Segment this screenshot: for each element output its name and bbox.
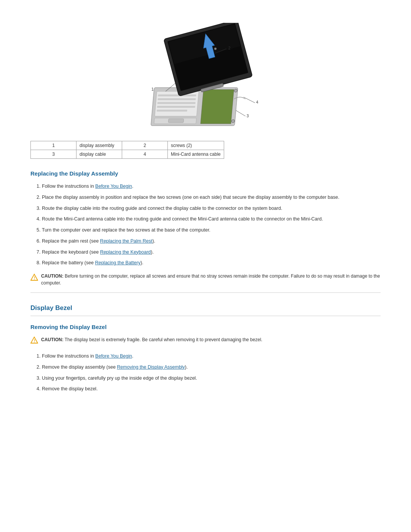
bezel-step2-text-before: Remove the display assembly (see <box>42 364 117 370</box>
part-label-2: screws (2) <box>168 141 224 150</box>
svg-line-23 <box>244 97 255 103</box>
removing-display-bezel-heading: Removing the Display Bezel <box>30 324 381 330</box>
part-num-2: 2 <box>122 141 168 150</box>
step1-text-before: Follow the instructions in <box>42 184 95 189</box>
svg-text:!: ! <box>34 339 35 343</box>
svg-text:1: 1 <box>151 87 154 91</box>
svg-point-25 <box>214 48 217 50</box>
svg-point-8 <box>234 89 237 92</box>
svg-rect-4 <box>158 98 196 100</box>
step6-text-before: Replace the palm rest (see <box>42 238 100 244</box>
replacing-step-5: Turn the computer over and replace the t… <box>42 227 381 234</box>
removing-bezel-caution-block: ! CAUTION: The display bezel is extremel… <box>30 336 381 345</box>
bezel-step2-text-after: ). <box>185 364 188 370</box>
step7-text-after: ). <box>151 249 154 255</box>
laptop-diagram-image: 1 2 3 4 <box>145 23 266 129</box>
removing-display-assembly-link[interactable]: Removing the Display Assembly <box>117 364 185 370</box>
section-divider <box>30 316 381 316</box>
table-row: 1 display assembly 2 screws (2) <box>31 141 224 150</box>
bezel-step1-text-after: . <box>132 353 133 359</box>
replacing-caution-block: ! CAUTION: Before turning on the compute… <box>30 273 381 293</box>
svg-rect-1 <box>201 89 234 124</box>
part-label-1: display assembly <box>76 141 122 150</box>
caution-body-2: The display bezel is extremely fragile. … <box>64 337 263 342</box>
bezel-step-1: Follow the instructions in Before You Be… <box>42 353 381 360</box>
caution-label-1: CAUTION: <box>41 273 64 279</box>
bezel-step-4: Remove the display bezel. <box>42 385 381 393</box>
step7-text-before: Replace the keyboard (see <box>42 249 100 255</box>
caution-body-1: Before turning on the computer, replace … <box>41 273 380 286</box>
part-label-4: Mini-Card antenna cable <box>168 150 224 159</box>
caution-label-2: CAUTION: <box>41 337 64 342</box>
replacing-battery-link[interactable]: Replacing the Battery <box>95 260 141 265</box>
part-num-1: 1 <box>31 141 76 150</box>
svg-text:3: 3 <box>247 114 249 118</box>
replacing-step-1: Follow the instructions in Before You Be… <box>42 183 381 190</box>
part-label-3: display cable <box>76 150 122 159</box>
bezel-step-2: Remove the display assembly (see Removin… <box>42 364 381 371</box>
replacing-caution-text: CAUTION: Before turning on the computer,… <box>41 273 381 286</box>
parts-table: 1 display assembly 2 screws (2) 3 displa… <box>30 141 224 159</box>
replacing-steps-list: Follow the instructions in Before You Be… <box>42 183 381 267</box>
replacing-step-2: Place the display assembly in position a… <box>42 194 381 201</box>
before-you-begin-link-1[interactable]: Before You Begin <box>95 184 132 189</box>
caution-triangle-icon-2: ! <box>30 336 38 345</box>
replacing-step-3: Route the display cable into the routing… <box>42 205 381 212</box>
replacing-display-assembly-heading: Replacing the Display Assembly <box>30 170 381 177</box>
svg-rect-3 <box>158 94 196 96</box>
step8-text-before: Replace the battery (see <box>42 260 95 265</box>
replacing-keyboard-link[interactable]: Replacing the Keyboard <box>100 249 151 255</box>
svg-point-9 <box>231 120 235 123</box>
replacing-step-8: Replace the battery (see Replacing the B… <box>42 259 381 267</box>
removing-bezel-steps-list: Follow the instructions in Before You Be… <box>42 353 381 393</box>
display-bezel-main-heading: Display Bezel <box>30 304 381 312</box>
svg-text:!: ! <box>34 276 35 280</box>
svg-rect-7 <box>157 110 187 112</box>
svg-rect-6 <box>157 106 195 108</box>
replacing-step-7: Replace the keyboard (see Replacing the … <box>42 249 381 256</box>
caution-triangle-icon: ! <box>30 273 38 282</box>
bezel-step-3: Using your fingertips, carefully pry up … <box>42 375 381 382</box>
svg-text:2: 2 <box>228 46 231 50</box>
step1-text-after: . <box>132 184 133 189</box>
svg-rect-11 <box>168 119 184 123</box>
svg-text:4: 4 <box>256 100 258 104</box>
replacing-palm-rest-link[interactable]: Replacing the Palm Rest <box>100 238 153 244</box>
part-num-4: 4 <box>122 150 168 159</box>
replacing-step-6: Replace the palm rest (see Replacing the… <box>42 238 381 245</box>
step8-text-after: ). <box>140 260 143 265</box>
svg-line-21 <box>236 110 245 116</box>
part-num-3: 3 <box>31 150 76 159</box>
table-row: 3 display cable 4 Mini-Card antenna cabl… <box>31 150 224 159</box>
svg-rect-5 <box>157 102 195 104</box>
replacing-step-4: Route the Mini-Card antenna cable into t… <box>42 216 381 223</box>
step6-text-after: ). <box>152 238 155 244</box>
laptop-diagram-container: 1 2 3 4 <box>30 23 381 129</box>
removing-bezel-caution-text: CAUTION: The display bezel is extremely … <box>41 336 262 343</box>
before-you-begin-link-2[interactable]: Before You Begin <box>95 353 132 359</box>
bezel-step1-text-before: Follow the instructions in <box>42 353 95 359</box>
